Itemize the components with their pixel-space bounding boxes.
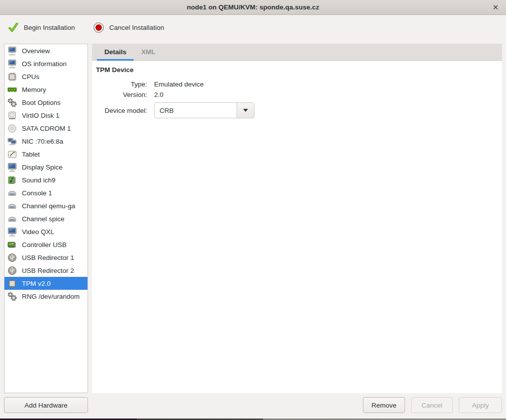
window-title: node1 on QEMU/KVM: sponde.qa.suse.cz	[187, 3, 319, 11]
computer-icon	[6, 58, 17, 69]
sidebar-item-console-1[interactable]: Console 1	[4, 186, 87, 199]
version-row: Version: 2.0	[96, 91, 502, 98]
details-panel: Details XML TPM Device Type: Emulated de…	[92, 44, 502, 393]
sidebar-item-label: VirtIO Disk 1	[22, 112, 60, 119]
sidebar-item-usb-redirector-1[interactable]: USB Redirector 1	[4, 251, 87, 264]
apply-button[interactable]: Apply	[459, 397, 502, 413]
section-title: TPM Device	[96, 66, 502, 74]
sidebar-item-nic[interactable]: NIC :70:e6:8a	[4, 135, 87, 148]
sidebar-item-virtio-disk-1[interactable]: VirtIO Disk 1	[4, 109, 87, 122]
sidebar-item-tpm[interactable]: TPM v2.0	[4, 277, 87, 290]
network-icon	[6, 136, 17, 147]
sidebar-item-label: Tablet	[22, 151, 40, 158]
usb-icon	[6, 252, 17, 263]
gears-icon	[6, 291, 17, 302]
sidebar-item-label: Sound ich9	[22, 176, 56, 184]
gears-icon	[6, 97, 17, 108]
sidebar-item-label: Video QXL	[22, 228, 54, 236]
version-label: Version:	[96, 91, 147, 98]
sound-card-icon	[6, 174, 17, 185]
device-model-label: Device model:	[96, 107, 147, 114]
sidebar-item-display-spice[interactable]: Display Spice	[4, 161, 87, 173]
serial-icon	[6, 187, 17, 198]
sidebar-item-cpus[interactable]: CPUs	[4, 70, 87, 83]
cancel-button[interactable]: Cancel	[411, 397, 453, 413]
stop-icon	[93, 22, 104, 33]
sidebar-item-label: Overview	[22, 47, 50, 55]
begin-installation-label: Begin Installation	[24, 24, 75, 31]
sidebar-item-label: CPUs	[22, 73, 39, 81]
cpu-chip-icon	[6, 71, 17, 82]
close-icon[interactable]: ✕	[489, 0, 502, 15]
sidebar-item-label: Channel spice	[22, 215, 65, 223]
sidebar-item-sata-cdrom-1[interactable]: SATA CDROM 1	[4, 122, 87, 135]
tab-details[interactable]: Details	[97, 44, 134, 60]
remove-button[interactable]: Remove	[363, 397, 405, 413]
sidebar-item-label: Display Spice	[22, 164, 63, 171]
sidebar-item-os-information[interactable]: OS information	[4, 57, 87, 70]
dropdown-arrow-button[interactable]	[237, 103, 254, 118]
sidebar-item-label: Controller USB	[22, 241, 67, 249]
type-label: Type:	[96, 81, 147, 88]
display-icon	[6, 226, 17, 237]
sidebar-item-boot-options[interactable]: Boot Options	[4, 96, 87, 109]
sidebar-item-label: Channel qemu-ga	[22, 202, 75, 210]
tab-bar: Details XML	[92, 44, 502, 61]
computer-icon	[6, 45, 17, 56]
tablet-icon	[6, 149, 17, 160]
serial-icon	[6, 200, 17, 211]
sidebar-item-label: SATA CDROM 1	[22, 125, 71, 132]
type-row: Type: Emulated device	[96, 81, 502, 88]
cancel-installation-button[interactable]: Cancel Installation	[91, 19, 166, 36]
sidebar-item-label: Console 1	[22, 189, 52, 197]
device-model-value: CRB	[155, 103, 237, 118]
disk-icon	[6, 110, 17, 121]
add-hardware-button[interactable]: Add Hardware	[4, 397, 88, 413]
checkmark-icon	[8, 22, 18, 33]
sidebar-item-tablet[interactable]: Tablet	[4, 148, 87, 161]
begin-installation-button[interactable]: Begin Installation	[6, 19, 77, 36]
sidebar-item-label: TPM v2.0	[22, 280, 51, 287]
sidebar-item-memory[interactable]: Memory	[4, 83, 87, 96]
sidebar-item-channel-qemu-ga[interactable]: Channel qemu-ga	[4, 199, 87, 212]
tab-xml[interactable]: XML	[134, 44, 163, 60]
sidebar-item-channel-spice[interactable]: Channel spice	[4, 212, 87, 225]
memory-icon	[6, 84, 17, 95]
cpu-chip-icon	[6, 278, 17, 289]
type-value: Emulated device	[154, 81, 204, 88]
titlebar: node1 on QEMU/KVM: sponde.qa.suse.cz ✕	[0, 0, 506, 15]
device-model-row: Device model: CRB	[96, 102, 502, 118]
sidebar-item-label: NIC :70:e6:8a	[22, 138, 63, 145]
sidebar-item-label: OS information	[22, 60, 67, 68]
pci-card-icon	[6, 239, 17, 250]
toolbar: Begin Installation Cancel Installation	[0, 15, 506, 40]
hardware-list: Overview OS information CPUs Memory Boot…	[4, 44, 88, 393]
display-icon	[6, 162, 17, 172]
cancel-installation-label: Cancel Installation	[109, 24, 164, 31]
device-model-select[interactable]: CRB	[154, 102, 254, 118]
sidebar-item-video-qxl[interactable]: Video QXL	[4, 225, 87, 238]
sidebar-item-sound-ich9[interactable]: Sound ich9	[4, 173, 87, 186]
cdrom-icon	[6, 123, 17, 134]
sidebar-item-overview[interactable]: Overview	[4, 44, 87, 57]
sidebar-item-label: USB Redirector 2	[22, 267, 74, 274]
tpm-device-section: TPM Device Type: Emulated device Version…	[92, 61, 502, 118]
sidebar-item-rng[interactable]: RNG /dev/urandom	[4, 290, 87, 303]
version-value: 2.0	[154, 91, 164, 98]
sidebar-item-controller-usb[interactable]: Controller USB	[4, 238, 87, 251]
sidebar-item-label: Boot Options	[22, 99, 61, 106]
sidebar-item-usb-redirector-2[interactable]: USB Redirector 2	[4, 264, 87, 277]
usb-icon	[6, 265, 17, 276]
sidebar-item-label: RNG /dev/urandom	[22, 293, 80, 300]
serial-icon	[6, 213, 17, 224]
sidebar-item-label: USB Redirector 1	[22, 254, 74, 261]
sidebar-item-label: Memory	[22, 86, 46, 93]
chevron-down-icon	[243, 109, 248, 112]
